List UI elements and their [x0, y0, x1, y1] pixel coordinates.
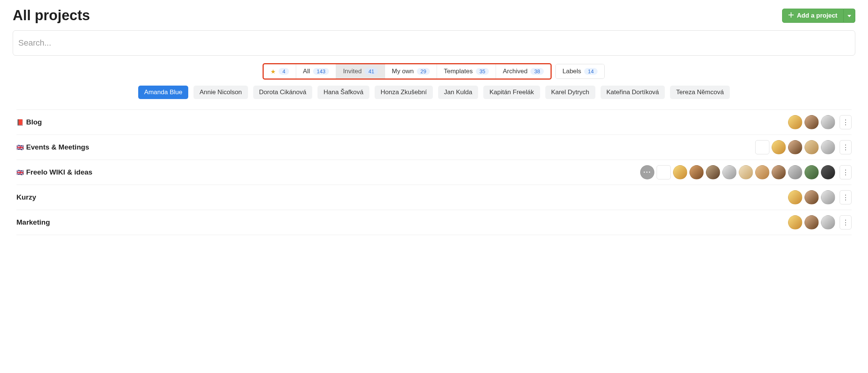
- project-row[interactable]: Kurzy⋮: [16, 185, 852, 210]
- tab-myown[interactable]: My own 29: [385, 64, 437, 78]
- avatar[interactable]: [772, 140, 786, 154]
- all-count-badge: 143: [313, 68, 329, 75]
- avatar[interactable]: [657, 165, 671, 179]
- avatar[interactable]: [755, 140, 769, 154]
- add-project-button[interactable]: Add a project: [782, 9, 844, 23]
- archived-count-badge: 38: [530, 68, 544, 75]
- dots-vertical-icon: ⋮: [842, 218, 849, 226]
- person-chip[interactable]: Annie Nicolson: [193, 86, 248, 99]
- templates-count-badge: 35: [476, 68, 489, 75]
- avatar[interactable]: [755, 165, 769, 179]
- project-name[interactable]: Marketing: [16, 218, 50, 226]
- more-avatars-icon[interactable]: ···: [640, 165, 654, 179]
- avatar[interactable]: [788, 190, 802, 204]
- avatar[interactable]: [821, 165, 835, 179]
- add-project-dropdown[interactable]: [844, 9, 855, 23]
- avatar[interactable]: [821, 140, 835, 154]
- avatar-stack: [786, 115, 835, 129]
- person-chip[interactable]: Jan Kulda: [438, 86, 478, 99]
- person-chip[interactable]: Kapitán Freelák: [483, 86, 540, 99]
- dots-vertical-icon: ⋮: [842, 143, 849, 151]
- tab-labels-label: Labels: [562, 68, 581, 75]
- tab-archived[interactable]: Archived 38: [496, 64, 551, 78]
- project-row[interactable]: Marketing⋮: [16, 210, 852, 235]
- person-chip[interactable]: Honza Zkušební: [375, 86, 433, 99]
- dots-vertical-icon: ⋮: [842, 193, 849, 201]
- project-more-button[interactable]: ⋮: [840, 215, 852, 229]
- project-more-button[interactable]: ⋮: [840, 115, 852, 129]
- project-icon: 🇬🇧: [16, 169, 24, 176]
- plus-icon: [788, 12, 794, 19]
- person-chip[interactable]: Amanda Blue: [138, 86, 188, 99]
- project-name-text: Kurzy: [16, 193, 36, 201]
- project-icon: 📕: [16, 119, 24, 126]
- myown-count-badge: 29: [417, 68, 430, 75]
- dots-vertical-icon: ⋮: [842, 168, 849, 176]
- tab-templates[interactable]: Templates 35: [437, 64, 496, 78]
- starred-count-badge: 4: [279, 68, 289, 75]
- page-title: All projects: [13, 7, 90, 24]
- person-chip[interactable]: Kateřina Dortíková: [601, 86, 665, 99]
- person-chip[interactable]: Dorota Cikánová: [253, 86, 313, 99]
- project-icon: 🇬🇧: [16, 144, 24, 151]
- project-list: 📕Blog⋮🇬🇧Events & Meetings⋮🇬🇧Freelo WIKI …: [13, 110, 855, 235]
- avatar[interactable]: [788, 140, 802, 154]
- avatar[interactable]: [788, 115, 802, 129]
- person-chip[interactable]: Tereza Němcová: [670, 86, 730, 99]
- project-name[interactable]: 🇬🇧Events & Meetings: [16, 143, 89, 151]
- dots-vertical-icon: ⋮: [842, 118, 849, 126]
- project-name[interactable]: 🇬🇧Freelo WIKI & ideas: [16, 168, 92, 176]
- labels-count-badge: 14: [584, 68, 598, 75]
- project-more-button[interactable]: ⋮: [840, 190, 852, 204]
- avatar[interactable]: [788, 215, 802, 229]
- project-right: ⋮: [786, 115, 852, 129]
- avatar[interactable]: [805, 165, 819, 179]
- project-name-text: Marketing: [16, 218, 50, 226]
- project-more-button[interactable]: ⋮: [840, 165, 852, 179]
- project-right: ⋮: [786, 190, 852, 204]
- project-name-text: Blog: [26, 118, 42, 126]
- tab-invited[interactable]: Invited 41: [336, 64, 385, 78]
- tab-labels[interactable]: Labels 14: [556, 64, 604, 78]
- avatar-stack: ···: [638, 165, 835, 179]
- tab-all[interactable]: All 143: [296, 64, 336, 78]
- project-row[interactable]: 📕Blog⋮: [16, 110, 852, 135]
- tab-starred[interactable]: ★ 4: [264, 64, 296, 78]
- tab-invited-label: Invited: [343, 68, 362, 75]
- tab-myown-label: My own: [392, 68, 414, 75]
- avatar[interactable]: [788, 165, 802, 179]
- project-name[interactable]: Kurzy: [16, 193, 36, 201]
- avatar-stack: [786, 190, 835, 204]
- project-name-text: Freelo WIKI & ideas: [26, 168, 92, 176]
- star-icon: ★: [270, 68, 276, 75]
- project-more-button[interactable]: ⋮: [840, 140, 852, 154]
- project-name[interactable]: 📕Blog: [16, 118, 42, 126]
- add-project-label: Add a project: [797, 12, 837, 19]
- avatar[interactable]: [805, 140, 819, 154]
- avatar[interactable]: [821, 115, 835, 129]
- avatar[interactable]: [821, 215, 835, 229]
- person-chip[interactable]: Karel Dytrych: [545, 86, 595, 99]
- search-input[interactable]: [13, 31, 855, 55]
- project-right: ⋮: [786, 215, 852, 229]
- avatar[interactable]: [821, 190, 835, 204]
- people-filter-row: Amanda BlueAnnie NicolsonDorota Cikánová…: [13, 86, 855, 99]
- avatar[interactable]: [673, 165, 687, 179]
- project-right: ⋮: [753, 140, 852, 154]
- avatar[interactable]: [805, 190, 819, 204]
- avatar[interactable]: [722, 165, 737, 179]
- caret-down-icon: [847, 13, 851, 18]
- avatar[interactable]: [805, 115, 819, 129]
- person-chip[interactable]: Hana Šafková: [317, 86, 369, 99]
- avatar[interactable]: [739, 165, 753, 179]
- avatar[interactable]: [772, 165, 786, 179]
- tab-all-label: All: [303, 68, 310, 75]
- avatar[interactable]: [805, 215, 819, 229]
- labels-tab-group: Labels 14: [555, 64, 605, 79]
- avatar[interactable]: [706, 165, 720, 179]
- project-row[interactable]: 🇬🇧Events & Meetings⋮: [16, 135, 852, 160]
- avatar[interactable]: [689, 165, 704, 179]
- add-project-group: Add a project: [782, 9, 855, 23]
- project-row[interactable]: 🇬🇧Freelo WIKI & ideas···⋮: [16, 160, 852, 185]
- main-tab-group: ★ 4 All 143 Invited 41 My own 29 Templat…: [263, 64, 551, 79]
